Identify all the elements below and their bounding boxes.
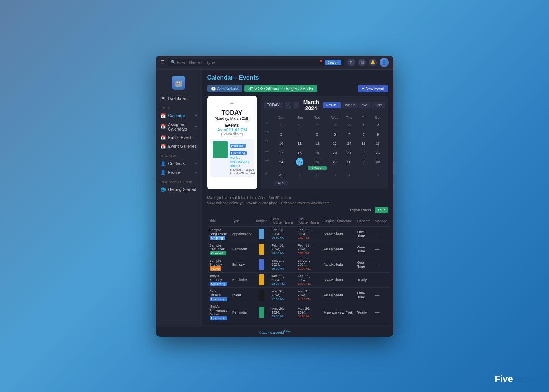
menu-icon[interactable]: ☰ <box>161 60 165 65</box>
week-num-header <box>264 114 270 121</box>
csv-export-button[interactable]: CSV <box>375 207 388 213</box>
sidebar-item-public[interactable]: 📅 Public Event <box>156 133 202 142</box>
manage-button[interactable]: — <box>375 310 379 315</box>
cal-day[interactable]: 9 <box>374 131 382 138</box>
sidebar-item-dashboard[interactable]: ⊟ Dashboard <box>156 94 202 103</box>
user-avatar[interactable]: 👤 <box>380 58 389 67</box>
cal-day[interactable]: 5 <box>360 171 367 179</box>
cal-day[interactable]: 25 <box>277 121 285 129</box>
cal-day[interactable]: 12 <box>313 140 321 147</box>
cal-day[interactable]: 21 <box>346 149 353 157</box>
table-row[interactable]: Beta Launch Upcoming Event Mar. 31, 2024… <box>207 287 390 303</box>
cal-day[interactable]: 1 <box>296 171 303 179</box>
cal-event-dot[interactable]: 9:00a M. <box>308 166 327 170</box>
cal-day[interactable]: 2 <box>313 171 321 179</box>
plus-icon: + <box>362 87 364 91</box>
cal-day[interactable]: 6 <box>331 131 339 138</box>
cal-day[interactable]: 17 <box>277 149 285 157</box>
table-row[interactable]: Tony's Birthday Upcoming Reminder Jan. 1… <box>207 272 390 287</box>
manage-button[interactable]: — <box>375 247 379 252</box>
cal-day[interactable]: 1 <box>360 121 367 129</box>
cal-day[interactable]: 3 <box>331 171 339 179</box>
cal-day[interactable]: 20 <box>331 149 339 157</box>
cal-day-today[interactable]: 25 <box>296 158 303 166</box>
cal-day[interactable]: 11 <box>296 140 303 147</box>
manage-button[interactable]: — <box>375 262 379 267</box>
cal-day[interactable]: 10 <box>277 140 285 147</box>
cal-day[interactable]: 26 <box>313 158 321 166</box>
cal-day[interactable]: 7 <box>346 131 353 138</box>
table-row: 11 10 11 12 13 14 15 16 <box>264 139 385 148</box>
cal-day[interactable]: 19 <box>313 149 321 157</box>
search-input[interactable] <box>177 60 317 65</box>
manage-button[interactable]: — <box>375 292 379 298</box>
table-row[interactable]: Sample Birthday Active Birthday Jan. 17,… <box>207 257 390 272</box>
manage-button[interactable]: — <box>375 277 379 283</box>
sidebar-item-profile[interactable]: 👤 Profile ▾ <box>156 168 202 177</box>
event-end-cell: Mar. 26, 2024, 08:30 AM <box>295 303 321 322</box>
cal-day[interactable]: 4 <box>296 131 303 138</box>
sidebar-item-contacts[interactable]: 👤 Contacts ▾ <box>156 159 202 168</box>
event-manage-cell: — <box>372 303 390 322</box>
event-title-cell: Mark's Anniversary Dinner Upcoming <box>207 303 230 322</box>
cal-prev-btn[interactable]: ‹ <box>285 102 291 109</box>
cal-day[interactable]: 23 <box>374 149 382 157</box>
cal-view-week[interactable]: WEEK <box>342 102 358 108</box>
today-plus-icon[interactable]: + <box>230 100 234 108</box>
sidebar-item-galleries[interactable]: 📅 Event Galleries <box>156 142 202 151</box>
sidebar-item-assigned[interactable]: 📅 Assigned Calendars ▾ <box>156 120 202 133</box>
cal-day[interactable]: 28 <box>331 121 339 129</box>
cal-day[interactable]: 29 <box>346 121 353 129</box>
new-event-button[interactable]: + New Event <box>358 85 388 92</box>
title-bar: ☰ 🔍 📍 Search ⚙ ⊞ 🔔 👤 <box>156 56 393 70</box>
sync-button[interactable]: SYNC ⟳ CalDroid ✓ Google Calendar <box>244 85 317 92</box>
today-event-card[interactable]: Reminder Upcoming Mark's Anniversary Din… <box>210 139 254 177</box>
cal-day[interactable]: 24 <box>277 158 285 166</box>
table-row[interactable]: Mark's Anniversary Dinner Upcoming Remin… <box>207 303 390 322</box>
cal-day[interactable]: 27 <box>331 158 339 166</box>
timezone-button[interactable]: 🕐 Asia/Kolkata <box>207 85 243 92</box>
cal-day[interactable]: 16 <box>374 140 382 147</box>
table-row[interactable]: Sample Long Event Ongoing Appointment Fe… <box>207 226 390 242</box>
cal-day[interactable]: 30 <box>374 158 382 166</box>
cal-day[interactable]: 14 <box>346 140 353 147</box>
sidebar-item-getting-started[interactable]: 🌐 Getting Started <box>156 185 202 194</box>
table-row[interactable]: Sample Reminder Complete Reminder Feb. 1… <box>207 242 390 257</box>
cal-day[interactable]: 22 <box>360 149 367 157</box>
cal-day[interactable]: 28 <box>346 158 353 166</box>
cal-day[interactable]: 31 <box>277 171 285 179</box>
events-table: Title Type Marker Start (Asia/Kolkata) E… <box>207 216 390 322</box>
bell-icon[interactable]: 🔔 <box>369 59 377 66</box>
calendar-label: Calendar <box>168 113 193 118</box>
manage-button[interactable]: — <box>375 231 379 237</box>
cal-day[interactable]: 13 <box>331 140 339 147</box>
cal-today-btn[interactable]: TODAY <box>264 102 283 108</box>
week-num: 10 <box>264 130 270 139</box>
cal-day[interactable]: 4 <box>346 171 353 179</box>
cal-day[interactable]: 5 <box>313 131 321 138</box>
search-button[interactable]: Search <box>325 60 341 65</box>
sidebar-item-calendar[interactable]: 📅 Calendar ▾ <box>156 111 202 120</box>
cal-day[interactable]: 18 <box>296 149 303 157</box>
cal-day[interactable]: 15 <box>360 140 367 147</box>
cal-day[interactable]: 6 <box>374 171 382 179</box>
cal-day[interactable]: 2 <box>374 121 382 129</box>
event-marker-cell <box>254 287 269 303</box>
cal-day[interactable]: 3 <box>277 131 285 138</box>
cal-day[interactable]: 29 <box>360 158 367 166</box>
cal-view-list[interactable]: LIST <box>372 102 385 108</box>
public-icon: 📅 <box>161 135 166 140</box>
col-end: End (Asia/Kolkata) <box>295 216 321 227</box>
cal-day[interactable]: 27 <box>313 121 321 129</box>
cal-next-btn[interactable]: › <box>293 102 300 109</box>
contacts-label: Contacts <box>168 161 193 166</box>
cal-day[interactable]: 26 <box>296 121 303 129</box>
event-repeats-cell: Yearly <box>355 272 373 287</box>
col-title: Title <box>207 216 230 227</box>
cal-day[interactable]: 8 <box>360 131 367 138</box>
notification-icon[interactable]: ⚙ <box>347 59 355 66</box>
cal-view-day[interactable]: DAY <box>359 102 371 108</box>
event-start-cell: Jan. 17, 2024, 10:00 AM <box>269 257 295 272</box>
cal-view-month[interactable]: MONTH <box>323 102 341 108</box>
grid-icon[interactable]: ⊞ <box>358 59 366 66</box>
